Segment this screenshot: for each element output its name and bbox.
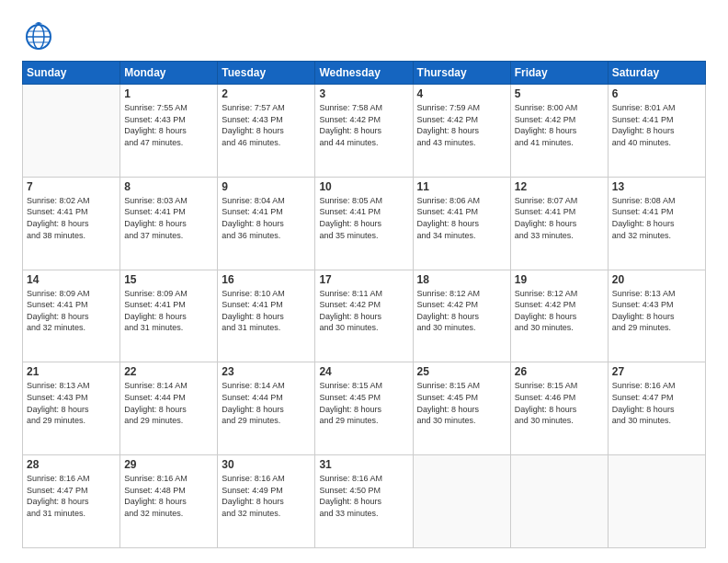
day-number: 21 [27, 365, 116, 378]
day-header-monday: Monday [120, 62, 218, 85]
day-number: 12 [515, 180, 604, 193]
calendar-cell: 14Sunrise: 8:09 AM Sunset: 4:41 PM Dayli… [23, 270, 120, 362]
calendar-cell: 28Sunrise: 8:16 AM Sunset: 4:47 PM Dayli… [23, 455, 120, 548]
day-number: 23 [222, 365, 311, 378]
calendar-cell: 21Sunrise: 8:13 AM Sunset: 4:43 PM Dayli… [23, 362, 120, 455]
day-info: Sunrise: 8:12 AM Sunset: 4:42 PM Dayligh… [515, 289, 578, 333]
calendar-cell: 29Sunrise: 8:16 AM Sunset: 4:48 PM Dayli… [120, 455, 218, 548]
day-number: 27 [612, 365, 701, 378]
day-info: Sunrise: 8:13 AM Sunset: 4:43 PM Dayligh… [27, 381, 90, 425]
day-info: Sunrise: 8:16 AM Sunset: 4:47 PM Dayligh… [27, 474, 90, 518]
calendar-cell: 4Sunrise: 7:59 AM Sunset: 4:42 PM Daylig… [413, 85, 510, 178]
day-number: 29 [124, 458, 213, 471]
calendar-week-5: 28Sunrise: 8:16 AM Sunset: 4:47 PM Dayli… [23, 455, 706, 548]
calendar-cell: 17Sunrise: 8:11 AM Sunset: 4:42 PM Dayli… [315, 270, 413, 362]
calendar-cell: 30Sunrise: 8:16 AM Sunset: 4:49 PM Dayli… [218, 455, 315, 548]
day-number: 24 [319, 365, 408, 378]
day-number: 6 [612, 87, 701, 100]
calendar-cell [510, 455, 608, 548]
day-number: 11 [417, 180, 506, 193]
day-info: Sunrise: 8:15 AM Sunset: 4:46 PM Dayligh… [515, 381, 578, 425]
day-info: Sunrise: 8:15 AM Sunset: 4:45 PM Dayligh… [319, 381, 382, 425]
day-number: 2 [222, 87, 311, 100]
calendar-cell: 8Sunrise: 8:03 AM Sunset: 4:41 PM Daylig… [120, 177, 218, 270]
calendar-header-row: SundayMondayTuesdayWednesdayThursdayFrid… [23, 62, 706, 85]
day-info: Sunrise: 8:07 AM Sunset: 4:41 PM Dayligh… [515, 196, 578, 240]
day-info: Sunrise: 8:16 AM Sunset: 4:49 PM Dayligh… [222, 474, 285, 518]
calendar-cell: 31Sunrise: 8:16 AM Sunset: 4:50 PM Dayli… [315, 455, 413, 548]
day-info: Sunrise: 8:13 AM Sunset: 4:43 PM Dayligh… [612, 289, 676, 333]
day-info: Sunrise: 7:58 AM Sunset: 4:42 PM Dayligh… [319, 103, 382, 147]
day-header-friday: Friday [510, 62, 608, 85]
day-info: Sunrise: 7:57 AM Sunset: 4:43 PM Dayligh… [222, 103, 285, 147]
day-number: 8 [124, 180, 213, 193]
calendar-cell: 2Sunrise: 7:57 AM Sunset: 4:43 PM Daylig… [218, 85, 315, 178]
day-number: 25 [417, 365, 506, 378]
calendar-cell: 26Sunrise: 8:15 AM Sunset: 4:46 PM Dayli… [510, 362, 608, 455]
day-number: 3 [319, 87, 408, 100]
calendar-week-1: 1Sunrise: 7:55 AM Sunset: 4:43 PM Daylig… [23, 85, 706, 178]
calendar-cell: 15Sunrise: 8:09 AM Sunset: 4:41 PM Dayli… [120, 270, 218, 362]
day-number: 5 [515, 87, 604, 100]
calendar-cell: 11Sunrise: 8:06 AM Sunset: 4:41 PM Dayli… [413, 177, 510, 270]
day-info: Sunrise: 8:08 AM Sunset: 4:41 PM Dayligh… [612, 196, 676, 240]
calendar-cell: 6Sunrise: 8:01 AM Sunset: 4:41 PM Daylig… [608, 85, 705, 178]
day-info: Sunrise: 8:09 AM Sunset: 4:41 PM Dayligh… [27, 289, 90, 333]
day-info: Sunrise: 8:04 AM Sunset: 4:41 PM Dayligh… [222, 196, 285, 240]
calendar-cell: 27Sunrise: 8:16 AM Sunset: 4:47 PM Dayli… [608, 362, 705, 455]
calendar-cell [608, 455, 705, 548]
day-number: 28 [27, 458, 116, 471]
day-info: Sunrise: 8:14 AM Sunset: 4:44 PM Dayligh… [124, 381, 188, 425]
day-number: 17 [319, 273, 408, 286]
calendar-cell: 20Sunrise: 8:13 AM Sunset: 4:43 PM Dayli… [608, 270, 705, 362]
day-number: 15 [124, 273, 213, 286]
day-info: Sunrise: 8:03 AM Sunset: 4:41 PM Dayligh… [124, 196, 188, 240]
day-info: Sunrise: 7:55 AM Sunset: 4:43 PM Dayligh… [124, 103, 188, 147]
calendar-cell: 13Sunrise: 8:08 AM Sunset: 4:41 PM Dayli… [608, 177, 705, 270]
day-info: Sunrise: 8:01 AM Sunset: 4:41 PM Dayligh… [612, 103, 676, 147]
day-number: 9 [222, 180, 311, 193]
day-number: 30 [222, 458, 311, 471]
logo [22, 18, 59, 52]
day-header-thursday: Thursday [413, 62, 510, 85]
logo-icon [22, 18, 55, 52]
day-number: 7 [27, 180, 116, 193]
day-info: Sunrise: 8:09 AM Sunset: 4:41 PM Dayligh… [124, 289, 188, 333]
day-info: Sunrise: 8:05 AM Sunset: 4:41 PM Dayligh… [319, 196, 382, 240]
day-info: Sunrise: 8:16 AM Sunset: 4:47 PM Dayligh… [612, 381, 676, 425]
day-header-sunday: Sunday [23, 62, 120, 85]
day-number: 14 [27, 273, 116, 286]
day-info: Sunrise: 8:12 AM Sunset: 4:42 PM Dayligh… [417, 289, 481, 333]
page: SundayMondayTuesdayWednesdayThursdayFrid… [0, 0, 728, 563]
calendar-cell: 9Sunrise: 8:04 AM Sunset: 4:41 PM Daylig… [218, 177, 315, 270]
day-info: Sunrise: 8:10 AM Sunset: 4:41 PM Dayligh… [222, 289, 285, 333]
header [22, 18, 706, 52]
day-info: Sunrise: 8:02 AM Sunset: 4:41 PM Dayligh… [27, 196, 90, 240]
calendar-cell: 24Sunrise: 8:15 AM Sunset: 4:45 PM Dayli… [315, 362, 413, 455]
calendar-cell: 23Sunrise: 8:14 AM Sunset: 4:44 PM Dayli… [218, 362, 315, 455]
calendar-cell: 16Sunrise: 8:10 AM Sunset: 4:41 PM Dayli… [218, 270, 315, 362]
day-header-saturday: Saturday [608, 62, 705, 85]
calendar-cell: 18Sunrise: 8:12 AM Sunset: 4:42 PM Dayli… [413, 270, 510, 362]
calendar-cell: 5Sunrise: 8:00 AM Sunset: 4:42 PM Daylig… [510, 85, 608, 178]
day-number: 1 [124, 87, 213, 100]
calendar-cell: 3Sunrise: 7:58 AM Sunset: 4:42 PM Daylig… [315, 85, 413, 178]
day-info: Sunrise: 7:59 AM Sunset: 4:42 PM Dayligh… [417, 103, 481, 147]
day-header-tuesday: Tuesday [218, 62, 315, 85]
calendar-cell: 25Sunrise: 8:15 AM Sunset: 4:45 PM Dayli… [413, 362, 510, 455]
calendar-cell: 12Sunrise: 8:07 AM Sunset: 4:41 PM Dayli… [510, 177, 608, 270]
day-number: 19 [515, 273, 604, 286]
day-number: 18 [417, 273, 506, 286]
calendar-table: SundayMondayTuesdayWednesdayThursdayFrid… [22, 61, 706, 548]
calendar-cell: 1Sunrise: 7:55 AM Sunset: 4:43 PM Daylig… [120, 85, 218, 178]
day-info: Sunrise: 8:16 AM Sunset: 4:48 PM Dayligh… [124, 474, 188, 518]
day-number: 10 [319, 180, 408, 193]
calendar-cell: 19Sunrise: 8:12 AM Sunset: 4:42 PM Dayli… [510, 270, 608, 362]
calendar-cell [413, 455, 510, 548]
day-info: Sunrise: 8:14 AM Sunset: 4:44 PM Dayligh… [222, 381, 285, 425]
calendar-cell: 7Sunrise: 8:02 AM Sunset: 4:41 PM Daylig… [23, 177, 120, 270]
calendar-week-3: 14Sunrise: 8:09 AM Sunset: 4:41 PM Dayli… [23, 270, 706, 362]
day-number: 13 [612, 180, 701, 193]
day-info: Sunrise: 8:15 AM Sunset: 4:45 PM Dayligh… [417, 381, 481, 425]
calendar-cell: 10Sunrise: 8:05 AM Sunset: 4:41 PM Dayli… [315, 177, 413, 270]
